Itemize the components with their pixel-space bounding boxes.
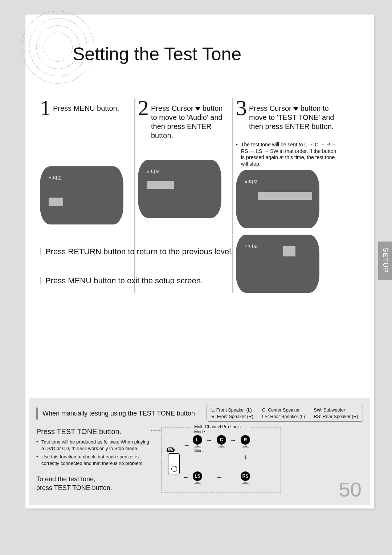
step-3-number: 3 xyxy=(236,98,247,118)
press-test-tone: Press TEST TONE button. xyxy=(36,428,152,436)
section-tab: SETUP xyxy=(378,242,392,280)
screen-3b-label: 비디오 xyxy=(245,243,258,250)
bottom-left: Press TEST TONE button. Test tone will b… xyxy=(36,428,152,492)
step-2: 2 Press Cursor button to move to 'Audio'… xyxy=(138,98,230,293)
arrow-left-icon: ← xyxy=(216,474,222,481)
arrow-down-icon: ↓ xyxy=(244,453,247,461)
speaker-ls-icon: LS xyxy=(193,471,202,484)
step-1: 1 Press MENU button. 비디오 xyxy=(40,98,132,293)
screen-1-label: 비디오 xyxy=(49,175,62,181)
step-1-number: 1 xyxy=(40,98,51,118)
legend-ls: LS: Rear Speaker (L) xyxy=(262,414,305,419)
speaker-l-icon: L xyxy=(193,435,202,447)
speaker-l-cap: L xyxy=(193,435,202,445)
arrow-left-icon: ← xyxy=(183,474,189,481)
speaker-legend: L: Front Speaker (L) C: Center Speaker S… xyxy=(207,405,363,422)
step-3: 3 Press Cursor button to move to 'TEST T… xyxy=(236,98,338,293)
step-2-text: Press Cursor button to move to 'Audio' a… xyxy=(151,98,230,140)
legend-rs: RS: Rear Speaker (R) xyxy=(314,414,359,419)
legend-c: C: Center Speaker xyxy=(262,408,305,413)
arrow-right-icon: → xyxy=(206,437,212,444)
menu-exit-instruction: Press MENU button to exit the setup scre… xyxy=(40,276,203,285)
legend-sw: SW: Subwoofer xyxy=(314,408,359,413)
screen-2-label: 비디오 xyxy=(147,169,160,175)
cursor-down-icon xyxy=(195,107,200,111)
steps-row: 1 Press MENU button. 비디오 2 Press Cursor … xyxy=(40,98,367,293)
speaker-c-cap: C xyxy=(217,435,226,445)
speaker-diagram: Multi-Channel Pro Logic Mode SW L C R xyxy=(161,428,281,493)
diagram-title: Multi-Channel Pro Logic Mode xyxy=(191,424,251,434)
cursor-down-icon xyxy=(293,107,298,111)
step-3-text-pre: Press Cursor xyxy=(249,104,293,112)
step-1-text: Press MENU button. xyxy=(53,98,119,113)
page-number: 50 xyxy=(339,478,362,501)
speaker-rs-icon: RS xyxy=(241,471,250,484)
bottom-bullet-1: Test tone will be produced as follows: W… xyxy=(36,439,152,451)
legend-l: L: Front Speaker (L) xyxy=(211,408,253,413)
dotted-connector xyxy=(151,430,161,431)
step-2-number: 2 xyxy=(138,98,149,118)
bottom-bullet-2: Use this function to check that each spe… xyxy=(36,454,152,466)
screen-3a: 비디오 xyxy=(236,170,319,228)
step-3-text: Press Cursor button to move to 'TEST TON… xyxy=(249,98,338,131)
arrow-right-icon: → xyxy=(183,442,190,449)
speaker-rs-cap: RS xyxy=(241,471,250,481)
manual-heading: When manually testing using the TEST TON… xyxy=(36,408,199,420)
screen-2: 비디오 xyxy=(138,160,221,218)
page-title: Setting the Test Tone xyxy=(73,44,241,65)
screen-1: 비디오 xyxy=(40,166,123,224)
arrow-right-icon: → xyxy=(230,437,236,444)
speaker-r-cap: R xyxy=(241,435,250,445)
step-2-text-pre: Press Cursor xyxy=(151,104,195,112)
speaker-ls-cap: LS xyxy=(193,471,202,481)
screen-3a-label: 비디오 xyxy=(245,179,258,185)
screen-3b: 비디오 xyxy=(236,235,319,293)
return-instruction: Press RETURN button to return to the pre… xyxy=(40,247,233,256)
step-3-bullet: The test tone will be sent to L → C → R … xyxy=(236,142,338,167)
end-test-tone: To end the test tone, press TEST TONE bu… xyxy=(36,475,152,492)
speaker-c-icon: C xyxy=(217,435,226,447)
subwoofer-icon xyxy=(168,453,180,474)
legend-r: R: Front Speaker (R) xyxy=(211,414,253,419)
bottom-panel: When manually testing using the TEST TON… xyxy=(29,398,370,505)
start-label: Start xyxy=(194,448,203,453)
sw-label: SW xyxy=(167,447,175,452)
manual-page: Setting the Test Tone 1 Press MENU butto… xyxy=(25,15,374,509)
speaker-r-icon: R xyxy=(241,435,250,447)
